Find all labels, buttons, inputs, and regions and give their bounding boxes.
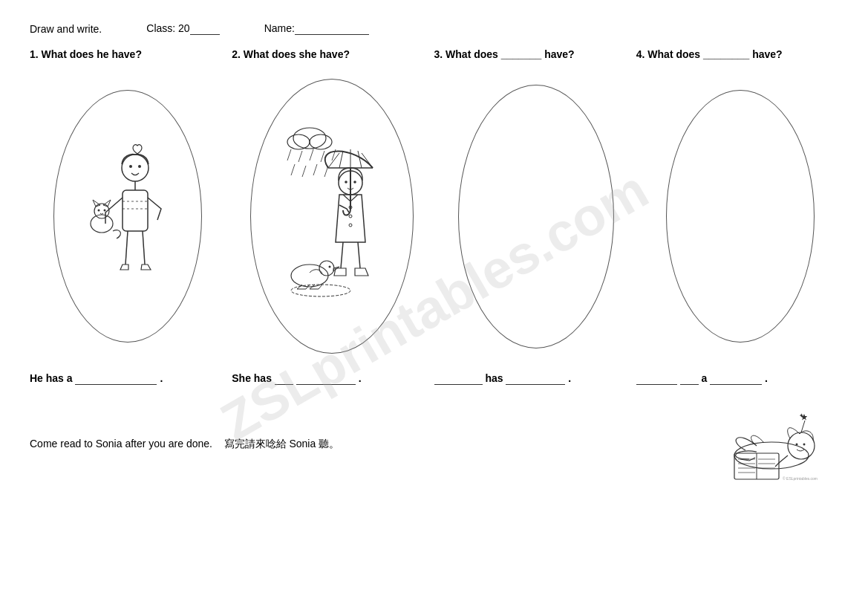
oval-4	[666, 90, 815, 343]
oval-4-inner	[667, 91, 814, 342]
svg-line-28	[339, 151, 343, 168]
answer-4: a .	[636, 372, 838, 385]
question-2: 2. What does she have?	[232, 48, 434, 60]
svg-text:✦: ✦	[799, 412, 804, 419]
oval-2	[250, 79, 414, 354]
svg-rect-4	[123, 190, 148, 231]
svg-point-32	[353, 181, 356, 184]
answer-4-blank2	[680, 372, 699, 385]
fairy-image: ✦ © ESLprintables.com	[675, 407, 838, 481]
svg-line-6	[143, 231, 145, 265]
svg-line-36	[341, 242, 343, 268]
oval-container-3	[438, 75, 635, 357]
oval-3	[458, 85, 614, 348]
answer-3-has: has	[485, 372, 506, 384]
svg-point-7	[91, 215, 113, 233]
footer-chinese: 寫完請來唸給 Sonia 聽。	[224, 438, 340, 450]
worksheet-page: ZSLprintables.com Draw and write. Class:…	[0, 0, 868, 610]
svg-point-40	[329, 266, 331, 268]
question-1: 1. What does he have?	[30, 48, 232, 60]
oval-container-2	[234, 75, 431, 357]
instruction-label: Draw and write.	[30, 23, 102, 35]
svg-text:© ESLprintables.com: © ESLprintables.com	[783, 476, 818, 481]
svg-line-16	[287, 149, 291, 160]
svg-line-27	[362, 153, 373, 168]
answer-2-blank2	[296, 372, 356, 385]
oval-2-inner	[251, 80, 413, 353]
question-4: 4. What does ________ have?	[636, 48, 838, 60]
oval-3-inner	[459, 85, 613, 348]
svg-line-23	[313, 164, 317, 175]
question-3: 3. What does _______ have?	[434, 48, 636, 60]
svg-point-14	[287, 134, 310, 149]
svg-line-19	[321, 151, 324, 162]
answer-4-a: a	[702, 372, 711, 384]
answer-1: He has a .	[30, 372, 232, 385]
svg-point-2	[138, 165, 141, 168]
answer-1-period: .	[160, 372, 163, 384]
class-blank	[190, 22, 220, 35]
svg-point-0	[122, 155, 149, 181]
girl-umbrella-illustration	[269, 120, 395, 313]
answer-4-blank3	[710, 372, 762, 385]
answer-2-blank1	[275, 372, 293, 385]
svg-point-43	[788, 432, 815, 459]
svg-line-21	[291, 164, 295, 175]
answer-1-blank	[75, 372, 157, 385]
answer-3-blank1	[434, 372, 483, 385]
svg-point-13	[293, 128, 326, 149]
svg-line-22	[302, 166, 306, 177]
svg-point-10	[104, 210, 106, 212]
answer-2-period: .	[359, 372, 362, 384]
svg-line-37	[358, 242, 360, 268]
svg-point-45	[803, 444, 806, 446]
svg-point-44	[796, 444, 798, 446]
svg-line-29	[358, 151, 362, 168]
oval-1-inner	[54, 91, 201, 342]
answer-2-prefix: She has	[232, 372, 275, 384]
oval-1	[53, 90, 202, 343]
ovals-row	[30, 75, 838, 357]
answer-3: has .	[434, 372, 636, 385]
boy-cat-illustration	[79, 134, 176, 298]
questions-row: 1. What does he have? 2. What does she h…	[30, 48, 838, 60]
answer-3-period: .	[568, 372, 571, 384]
answer-4-period: .	[765, 372, 768, 384]
svg-point-31	[345, 181, 347, 184]
answer-2: She has .	[232, 372, 434, 385]
svg-point-35	[349, 224, 352, 227]
footer-english: Come read to Sonia after you are done.	[30, 438, 212, 450]
name-label: Name:	[264, 22, 369, 35]
svg-point-38	[291, 265, 328, 287]
answer-3-blank2	[506, 372, 565, 385]
name-blank	[295, 22, 369, 35]
answers-row: He has a . She has . has . a .	[30, 372, 838, 385]
svg-point-9	[98, 210, 100, 212]
oval-container-1	[30, 75, 226, 357]
svg-line-17	[298, 151, 302, 162]
footer-text: Come read to Sonia after you are done. 寫…	[30, 438, 653, 451]
svg-point-39	[319, 261, 334, 276]
answer-1-prefix: He has a	[30, 372, 75, 384]
svg-point-42	[734, 442, 809, 469]
svg-point-1	[129, 165, 132, 168]
svg-line-18	[310, 149, 313, 160]
svg-line-5	[125, 231, 128, 265]
svg-point-34	[349, 215, 352, 218]
oval-container-4	[642, 75, 838, 357]
class-label: Class: 20	[146, 22, 219, 35]
fairy-illustration: ✦ © ESLprintables.com	[675, 407, 838, 481]
header-row: Draw and write. Class: 20 Name:	[30, 22, 838, 35]
answer-4-blank1	[636, 372, 677, 385]
svg-point-15	[310, 134, 332, 149]
footer-row: Come read to Sonia after you are done. 寫…	[30, 407, 838, 481]
